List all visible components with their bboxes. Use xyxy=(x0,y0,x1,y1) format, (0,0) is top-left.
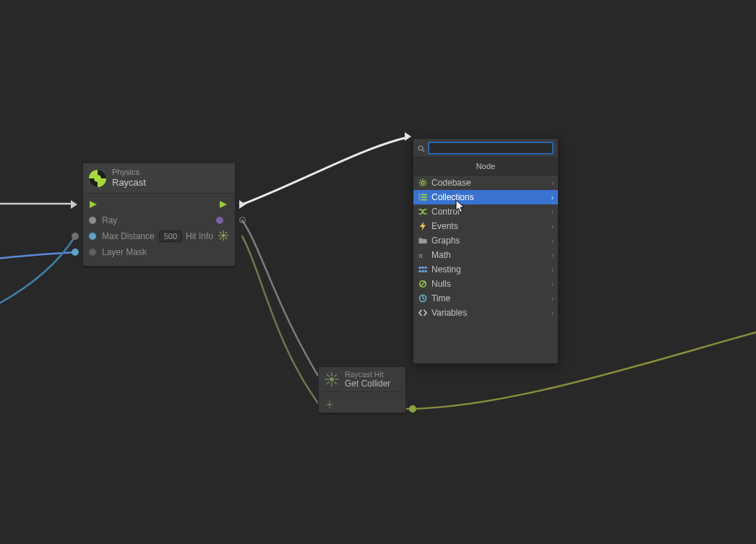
max-distance-ext-port[interactable] xyxy=(72,233,79,240)
null-icon xyxy=(418,279,428,289)
shuffle-icon xyxy=(418,207,428,217)
svg-line-53 xyxy=(423,298,424,299)
svg-rect-47 xyxy=(422,270,424,272)
svg-point-27 xyxy=(421,181,424,184)
node-search-popup[interactable]: Node Codebase›Collections›Control›Events… xyxy=(413,138,559,364)
popup-item-variables[interactable]: Variables› xyxy=(413,306,558,320)
svg-line-18 xyxy=(334,374,336,376)
collider-ext-port[interactable] xyxy=(409,405,416,413)
chevron-right-icon: › xyxy=(551,179,554,187)
bool-output-port[interactable] xyxy=(216,217,223,224)
svg-point-1 xyxy=(94,175,101,182)
svg-line-6 xyxy=(220,232,222,234)
node-subtitle: Physics xyxy=(112,168,146,177)
popup-item-control[interactable]: Control› xyxy=(413,204,558,219)
hit-input-port[interactable] xyxy=(325,400,335,412)
layer-mask-ext-port[interactable] xyxy=(72,249,79,256)
exec-out-arrow-icon[interactable] xyxy=(219,199,229,210)
physics-raycast-node[interactable]: Physics Raycast Ray xyxy=(82,163,236,267)
popup-heading: Node xyxy=(413,157,558,176)
svg-point-19 xyxy=(330,377,334,381)
svg-line-34 xyxy=(420,185,421,186)
svg-rect-44 xyxy=(422,267,424,269)
folder-icon xyxy=(418,236,428,246)
node-header[interactable]: Physics Raycast xyxy=(83,163,235,194)
node-title: Get Collider xyxy=(345,379,390,389)
svg-rect-38 xyxy=(419,199,421,201)
svg-line-35 xyxy=(425,180,426,181)
chevron-right-icon: › xyxy=(551,295,554,303)
popup-item-codebase[interactable]: Codebase› xyxy=(413,176,558,190)
bool-out-ext-port[interactable] xyxy=(239,217,246,223)
svg-rect-43 xyxy=(419,267,421,269)
chevron-right-icon: › xyxy=(551,251,554,259)
max-distance-label: Max Distance xyxy=(102,231,155,241)
ray-label: Ray xyxy=(102,215,117,225)
node-subtitle: Raycast Hit xyxy=(345,370,390,379)
popup-item-label: Codebase xyxy=(431,178,471,188)
gear-icon xyxy=(418,178,428,188)
chevron-right-icon: › xyxy=(551,223,554,230)
max-distance-port[interactable] xyxy=(89,233,96,240)
popup-item-label: Nesting xyxy=(431,264,461,275)
max-distance-value[interactable]: 500 xyxy=(159,230,182,242)
hit-info-output-icon[interactable] xyxy=(218,230,229,243)
svg-point-10 xyxy=(222,233,225,236)
chevron-right-icon: › xyxy=(551,280,554,288)
code-icon xyxy=(418,308,428,318)
ray-input-port[interactable] xyxy=(89,217,96,224)
hit-info-label: Hit Info xyxy=(186,231,213,241)
popup-item-math[interactable]: πMath› xyxy=(413,248,558,262)
popup-item-nesting[interactable]: Nesting› xyxy=(413,262,558,277)
svg-point-25 xyxy=(418,146,423,150)
popup-item-label: Variables xyxy=(431,308,467,318)
visual-script-canvas[interactable]: Physics Raycast Ray xyxy=(0,0,756,544)
raycast-hit-icon xyxy=(323,371,340,388)
exec-end-arrow-icon xyxy=(405,132,411,141)
popup-item-graphs[interactable]: Graphs› xyxy=(413,233,558,248)
raycast-hit-get-collider-node[interactable]: Raycast Hit Get Collider xyxy=(318,366,406,413)
exec-in-arrow-icon[interactable] xyxy=(89,199,99,210)
physics-icon xyxy=(87,168,108,189)
exec-out-wire-arrow-icon xyxy=(239,200,246,209)
svg-rect-41 xyxy=(421,199,427,201)
svg-line-15 xyxy=(327,374,329,376)
bolt-icon xyxy=(418,221,428,231)
clock-icon xyxy=(418,293,428,303)
layer-mask-row: Layer Mask xyxy=(89,244,229,260)
svg-rect-37 xyxy=(419,197,421,198)
grid-icon xyxy=(418,264,428,275)
popup-item-label: Graphs xyxy=(431,236,460,246)
chevron-right-icon: › xyxy=(551,266,554,274)
popup-item-label: Time xyxy=(431,293,450,303)
search-icon xyxy=(418,144,425,152)
svg-point-24 xyxy=(328,403,331,406)
svg-rect-45 xyxy=(425,267,427,269)
popup-item-events[interactable]: Events› xyxy=(413,219,558,233)
popup-item-label: Math xyxy=(431,250,451,260)
svg-line-8 xyxy=(220,237,222,239)
svg-text:π: π xyxy=(418,251,423,259)
exec-in-port[interactable] xyxy=(71,200,77,209)
exec-row xyxy=(89,197,229,212)
chevron-right-icon: › xyxy=(551,208,554,216)
node-search-input[interactable] xyxy=(428,142,554,155)
svg-line-33 xyxy=(425,185,426,186)
layer-mask-port[interactable] xyxy=(89,249,96,256)
popup-item-nulls[interactable]: Nulls› xyxy=(413,277,558,291)
popup-item-label: Control xyxy=(431,207,460,217)
node-header[interactable]: Raycast Hit Get Collider xyxy=(319,367,405,392)
popup-item-label: Nulls xyxy=(431,279,451,289)
svg-rect-46 xyxy=(419,270,421,272)
popup-item-collections[interactable]: Collections› xyxy=(413,190,558,204)
chevron-right-icon: › xyxy=(551,194,554,202)
svg-line-17 xyxy=(327,381,329,384)
svg-rect-39 xyxy=(421,194,427,196)
node-title: Raycast xyxy=(112,177,146,189)
popup-item-time[interactable]: Time› xyxy=(413,291,558,306)
svg-line-7 xyxy=(225,237,228,239)
chevron-right-icon: › xyxy=(551,237,554,245)
svg-rect-40 xyxy=(421,197,427,198)
list-icon xyxy=(418,192,428,202)
svg-line-9 xyxy=(225,232,228,234)
